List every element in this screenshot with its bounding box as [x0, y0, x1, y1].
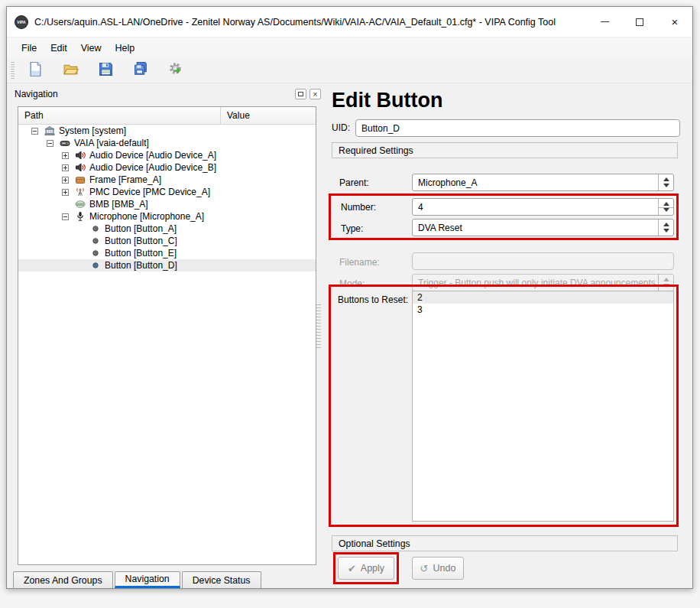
tree-item-bmb[interactable]: BMB [BMB_A] — [18, 198, 316, 210]
uid-input[interactable]: Button_D — [355, 119, 680, 137]
check-icon: ✔ — [348, 563, 356, 574]
tree-item-label: System [system] — [59, 125, 126, 136]
maximize-button[interactable] — [622, 7, 657, 37]
expand-icon[interactable] — [62, 164, 69, 171]
column-header-path[interactable]: Path — [18, 107, 221, 124]
edit-button-panel: Edit Button UID: Button_D Required Setti… — [322, 83, 692, 588]
apply-label: Apply — [361, 563, 384, 574]
tree-item-vaia[interactable]: VAIA [vaia-default] — [18, 137, 316, 149]
toolbar — [7, 58, 692, 83]
combo-arrows-icon — [658, 275, 673, 291]
tree-item-system[interactable]: System [system] — [18, 125, 316, 137]
column-header-value[interactable]: Value — [221, 110, 250, 121]
apply-configuration-button[interactable] — [163, 60, 189, 81]
type-label: Type: — [341, 223, 363, 234]
tree-item-label: PMC Device [PMC Device_A] — [89, 187, 210, 197]
dock-float-button[interactable] — [295, 89, 306, 99]
tree-item-button-d-selected[interactable]: Button [Button_D] — [18, 259, 316, 271]
bmb-icon — [74, 199, 86, 210]
filename-input — [412, 252, 674, 270]
panel-splitter-handle[interactable] — [316, 304, 321, 349]
list-item[interactable]: 2 — [413, 291, 673, 304]
tree-item-label: Button [Button_C] — [105, 236, 177, 246]
button-dot-icon — [89, 236, 101, 246]
new-file-icon — [28, 61, 44, 80]
tree-item-label: BMB [BMB_A] — [89, 199, 148, 210]
collapse-icon[interactable] — [47, 140, 53, 147]
optional-settings-header[interactable]: Optional Settings — [332, 535, 678, 551]
collapse-icon[interactable] — [62, 213, 69, 220]
filename-label: Filename: — [339, 257, 380, 268]
vaia-device-icon — [59, 138, 70, 148]
tree-item-label: Button [Button_D] — [105, 260, 177, 271]
navigation-panel: Navigation × Path Value System [system] — [11, 85, 322, 590]
required-settings-header[interactable]: Required Settings — [332, 142, 678, 158]
tree-item-button-a[interactable]: Button [Button_A] — [18, 223, 316, 235]
apply-configuration-icon — [168, 61, 184, 80]
tree-item-label: VAIA [vaia-default] — [74, 138, 149, 148]
expand-icon[interactable] — [62, 152, 69, 159]
apply-button[interactable]: ✔ Apply — [338, 557, 394, 580]
type-combobox[interactable]: DVA Reset — [412, 219, 674, 236]
combo-arrows-icon[interactable] — [658, 174, 673, 190]
uid-label: UID: — [332, 122, 350, 133]
menu-edit[interactable]: Edit — [44, 40, 74, 57]
minimize-icon — [601, 21, 609, 22]
tab-zones-and-groups[interactable]: Zones And Groups — [13, 571, 113, 588]
system-icon — [44, 125, 55, 136]
tree-item-label: Frame [Frame_A] — [89, 174, 161, 185]
tree-item-microphone[interactable]: Microphone [Microphone_A] — [18, 210, 316, 223]
tree-item-pmc-device[interactable]: PMC Device [PMC Device_A] — [18, 186, 316, 198]
toolbar-drag-handle[interactable] — [11, 62, 15, 79]
button-dot-icon — [89, 248, 101, 258]
mode-label: Mode: — [339, 278, 365, 289]
spinbox-arrows-icon[interactable] — [658, 199, 673, 215]
dock-close-icon: × — [313, 90, 318, 99]
speaker-icon — [74, 162, 86, 173]
tree-item-frame[interactable]: Frame [Frame_A] — [18, 174, 316, 186]
minimize-button[interactable] — [587, 7, 622, 37]
menu-view[interactable]: View — [74, 40, 109, 57]
number-spinbox[interactable]: 4 — [412, 198, 674, 216]
list-item[interactable]: 3 — [413, 304, 673, 316]
parent-combobox[interactable]: Microphone_A — [412, 174, 674, 191]
speaker-icon — [74, 150, 86, 161]
undo-label: Undo — [433, 563, 456, 574]
button-dot-icon — [89, 223, 101, 234]
float-icon — [298, 92, 303, 96]
menu-help[interactable]: Help — [109, 40, 142, 57]
collapse-icon[interactable] — [31, 128, 38, 135]
save-all-button[interactable] — [128, 60, 154, 81]
save-file-icon — [98, 61, 114, 80]
app-window: VIPA C:/Users/aquin.ASL-LAN/OneDrive - Z… — [6, 6, 693, 589]
combo-arrows-icon[interactable] — [658, 219, 673, 236]
tree-item-label: Button [Button_E] — [105, 248, 177, 258]
tab-device-status[interactable]: Device Status — [182, 571, 261, 588]
save-file-button[interactable] — [92, 60, 118, 81]
maximize-icon — [636, 18, 643, 26]
parent-label: Parent: — [339, 177, 369, 188]
new-file-button[interactable] — [22, 60, 48, 81]
navigation-tree: Path Value System [system] VAIA [vaia-de… — [18, 106, 316, 565]
buttons-to-reset-list[interactable]: 2 3 — [412, 291, 674, 522]
undo-button[interactable]: ↺ Undo — [412, 557, 464, 580]
antenna-icon — [74, 187, 86, 197]
list-item-label: 3 — [417, 304, 423, 315]
dock-close-button[interactable]: × — [309, 89, 321, 99]
app-icon: VIPA — [15, 15, 28, 29]
close-button[interactable]: × — [657, 7, 692, 37]
optional-settings-label: Optional Settings — [339, 538, 410, 549]
expand-icon[interactable] — [62, 189, 69, 196]
parent-value: Microphone_A — [418, 177, 477, 188]
tree-item-button-e[interactable]: Button [Button_E] — [18, 247, 316, 259]
tree-item-audio-device-b[interactable]: Audio Device [Audio Device_B] — [18, 161, 316, 174]
required-settings-label: Required Settings — [339, 145, 413, 156]
tree-item-label: Button [Button_A] — [105, 223, 177, 234]
tree-item-button-c[interactable]: Button [Button_C] — [18, 235, 316, 247]
open-file-button[interactable] — [57, 60, 83, 81]
buttons-to-reset-label: Buttons to Reset: — [338, 294, 408, 305]
menu-file[interactable]: File — [15, 40, 44, 57]
tab-navigation[interactable]: Navigation — [115, 571, 180, 588]
expand-icon[interactable] — [62, 177, 69, 184]
tree-item-audio-device-a[interactable]: Audio Device [Audio Device_A] — [18, 149, 316, 161]
